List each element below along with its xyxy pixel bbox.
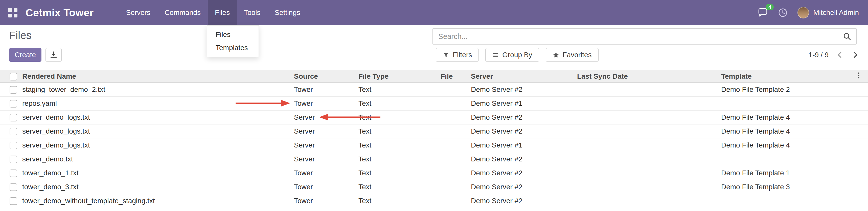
cell-source[interactable]: Tower [292, 166, 356, 180]
favorites-button[interactable]: Favorites [546, 48, 598, 62]
create-button[interactable]: Create [9, 48, 41, 62]
table-row[interactable]: repos.yaml Tower Text Demo Server #1 [0, 97, 868, 111]
row-checkbox[interactable] [10, 197, 17, 205]
cell-file-type[interactable]: Text [356, 194, 439, 208]
filters-button[interactable]: Filters [436, 48, 479, 62]
cell-last-sync-date[interactable] [575, 180, 719, 194]
cell-rendered-name[interactable]: staging_tower_demo_2.txt [20, 83, 292, 97]
row-checkbox[interactable] [10, 114, 17, 121]
cell-file-type[interactable]: Text [356, 166, 439, 180]
row-checkbox[interactable] [10, 142, 17, 149]
cell-file[interactable] [439, 97, 469, 111]
cell-source[interactable]: Server [292, 124, 356, 139]
nav-item-files[interactable]: Files [208, 0, 237, 25]
row-checkbox[interactable] [10, 128, 17, 135]
cell-server[interactable]: Demo Server #1 [469, 139, 575, 152]
cell-server[interactable]: Demo Server #2 [469, 194, 575, 208]
cell-file[interactable] [439, 124, 469, 139]
dropdown-item-files[interactable]: Files [207, 28, 258, 41]
activity-button[interactable] [778, 8, 788, 18]
app-brand[interactable]: Cetmix Tower [26, 7, 94, 19]
cell-rendered-name[interactable]: server_demo_logs.txt [20, 111, 292, 124]
cell-file-type[interactable]: Text [356, 139, 439, 152]
cell-template[interactable] [719, 152, 849, 166]
col-file-type[interactable]: File Type [356, 70, 439, 83]
messages-button[interactable]: 4 [757, 7, 768, 18]
cell-source[interactable]: Tower [292, 194, 356, 208]
cell-file-type[interactable]: Text [356, 97, 439, 111]
table-row[interactable]: server_demo_logs.txt Server Text Demo Se… [0, 124, 868, 139]
cell-last-sync-date[interactable] [575, 139, 719, 152]
table-row[interactable]: tower_demo_without_template_staging.txt … [0, 194, 868, 208]
table-row[interactable]: tower_demo_3.txt Tower Text Demo Server … [0, 180, 868, 194]
cell-template[interactable]: Demo File Template 4 [719, 139, 849, 152]
cell-rendered-name[interactable]: tower_demo_3.txt [20, 180, 292, 194]
cell-file[interactable] [439, 83, 469, 97]
group-by-button[interactable]: Group By [485, 48, 539, 62]
table-row[interactable]: staging_tower_demo_2.txt Tower Text Demo… [0, 83, 868, 97]
cell-source[interactable]: Server [292, 152, 356, 166]
cell-file-type[interactable]: Text [356, 124, 439, 139]
cell-template[interactable]: Demo File Template 4 [719, 124, 849, 139]
row-checkbox[interactable] [10, 100, 17, 108]
cell-source[interactable]: Server [292, 139, 356, 152]
nav-item-servers[interactable]: Servers [119, 0, 157, 25]
col-server[interactable]: Server [469, 70, 575, 83]
cell-rendered-name[interactable]: server_demo.txt [20, 152, 292, 166]
cell-file[interactable] [439, 152, 469, 166]
cell-rendered-name[interactable]: tower_demo_1.txt [20, 166, 292, 180]
cell-template[interactable]: Demo File Template 3 [719, 180, 849, 194]
download-button[interactable] [45, 48, 62, 62]
cell-file[interactable] [439, 139, 469, 152]
col-options-toggle[interactable] [849, 70, 868, 83]
cell-server[interactable]: Demo Server #1 [469, 97, 575, 111]
cell-file-type[interactable]: Text [356, 83, 439, 97]
cell-last-sync-date[interactable] [575, 124, 719, 139]
cell-rendered-name[interactable]: repos.yaml [20, 97, 292, 111]
row-checkbox[interactable] [10, 170, 17, 177]
cell-server[interactable]: Demo Server #2 [469, 111, 575, 124]
cell-last-sync-date[interactable] [575, 97, 719, 111]
cell-source[interactable]: Tower [292, 97, 356, 111]
cell-file[interactable] [439, 166, 469, 180]
cell-file[interactable] [439, 111, 469, 124]
cell-server[interactable]: Demo Server #2 [469, 83, 575, 97]
cell-file[interactable] [439, 194, 469, 208]
select-all-checkbox[interactable] [10, 73, 17, 81]
pager-previous-button[interactable] [836, 51, 844, 59]
table-row[interactable]: server_demo_logs.txt Server Text Demo Se… [0, 139, 868, 152]
cell-server[interactable]: Demo Server #2 [469, 166, 575, 180]
cell-file-type[interactable]: Text [356, 180, 439, 194]
col-last-sync-date[interactable]: Last Sync Date [575, 70, 719, 83]
cell-last-sync-date[interactable] [575, 111, 719, 124]
table-row[interactable]: server_demo.txt Server Text Demo Server … [0, 152, 868, 166]
col-source[interactable]: Source [292, 70, 356, 83]
nav-item-tools[interactable]: Tools [237, 0, 268, 25]
cell-last-sync-date[interactable] [575, 166, 719, 180]
apps-grid-icon[interactable] [8, 8, 18, 18]
search-icon[interactable] [843, 32, 851, 41]
cell-template[interactable]: Demo File Template 1 [719, 166, 849, 180]
cell-last-sync-date[interactable] [575, 152, 719, 166]
cell-server[interactable]: Demo Server #2 [469, 152, 575, 166]
table-row[interactable]: tower_demo_1.txt Tower Text Demo Server … [0, 166, 868, 180]
row-checkbox[interactable] [10, 86, 17, 94]
cell-rendered-name[interactable]: server_demo_logs.txt [20, 124, 292, 139]
cell-rendered-name[interactable]: tower_demo_without_template_staging.txt [20, 194, 292, 208]
dropdown-item-templates[interactable]: Templates [207, 41, 258, 54]
cell-server[interactable]: Demo Server #2 [469, 180, 575, 194]
col-rendered-name[interactable]: Rendered Name [20, 70, 292, 83]
cell-rendered-name[interactable]: server_demo_logs.txt [20, 139, 292, 152]
cell-server[interactable]: Demo Server #2 [469, 124, 575, 139]
cell-last-sync-date[interactable] [575, 83, 719, 97]
cell-file-type[interactable]: Text [356, 152, 439, 166]
col-template[interactable]: Template [719, 70, 849, 83]
cell-source[interactable]: Tower [292, 83, 356, 97]
cell-template[interactable] [719, 194, 849, 208]
nav-item-settings[interactable]: Settings [268, 0, 307, 25]
cell-file-type[interactable]: Text [356, 111, 439, 124]
user-menu[interactable]: Mitchell Admin [798, 7, 859, 19]
cell-file[interactable] [439, 180, 469, 194]
search-input[interactable] [438, 32, 843, 41]
cell-source[interactable]: Tower [292, 180, 356, 194]
